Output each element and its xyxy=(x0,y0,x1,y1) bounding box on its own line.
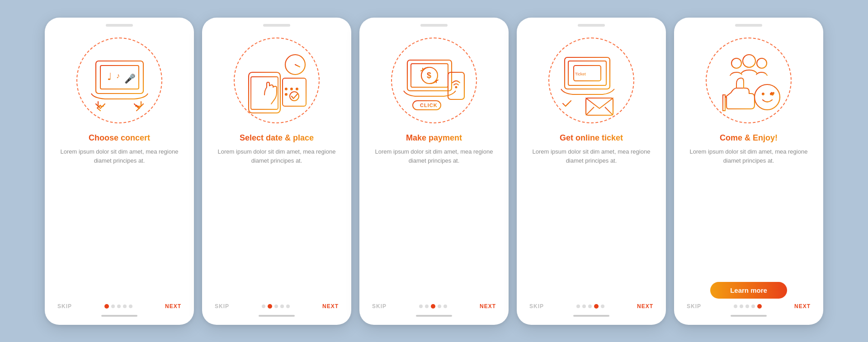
svg-text:CLICK: CLICK xyxy=(420,103,438,108)
card-title-2: Select date & place xyxy=(231,133,323,143)
phone-speaker-2 xyxy=(263,24,290,27)
card-body-2: Lorem ipsum dolor sit dim amet, mea regi… xyxy=(202,147,351,299)
dots-1 xyxy=(104,304,132,309)
svg-rect-38 xyxy=(565,57,610,89)
dots-3 xyxy=(419,304,447,309)
phones-container: ♩ ♪ 🎤 Choose concert Lorem ip xyxy=(36,9,832,334)
phone-speaker-5 xyxy=(735,24,762,27)
phone-come-enjoy: Come & Enjoy! Lorem ipsum dolor sit dim … xyxy=(674,18,823,325)
phone-bottom-bar-5 xyxy=(731,315,767,317)
dots-2 xyxy=(262,304,290,309)
dot-3-4 xyxy=(438,305,441,308)
card-body-3: Lorem ipsum dolor sit dim amet, mea regi… xyxy=(359,147,509,299)
card-title-5: Come & Enjoy! xyxy=(711,133,787,143)
card-title-1: Choose concert xyxy=(80,133,159,143)
svg-point-50 xyxy=(731,58,741,68)
next-button-1[interactable]: NEXT xyxy=(165,303,181,309)
phone-top-bar-5 xyxy=(674,18,823,28)
svg-point-26 xyxy=(290,88,293,90)
concert-icon: ♩ ♪ 🎤 xyxy=(83,44,156,117)
svg-line-22 xyxy=(295,65,300,67)
phone-top-bar-2 xyxy=(202,18,351,28)
calendar-icon xyxy=(241,44,313,117)
dot-4-1 xyxy=(576,305,580,308)
dot-3-3 xyxy=(431,304,435,309)
svg-point-35 xyxy=(455,86,457,89)
svg-point-51 xyxy=(757,58,767,68)
dot-5-4 xyxy=(751,305,755,308)
phone-bottom-bar-4 xyxy=(573,315,609,317)
nav-bar-4: SKIP NEXT xyxy=(517,299,666,310)
enjoy-icon xyxy=(712,44,785,117)
nav-bar-2: SKIP NEXT xyxy=(202,299,351,310)
svg-point-27 xyxy=(296,88,298,90)
phone-make-payment: $ CLICK Make payment xyxy=(359,18,509,325)
dot-3-2 xyxy=(425,305,429,308)
svg-text:♪: ♪ xyxy=(116,72,120,80)
payment-icon: $ CLICK xyxy=(398,44,470,117)
nav-bar-1: SKIP NEXT xyxy=(45,299,194,310)
skip-button-2[interactable]: SKIP xyxy=(215,303,229,309)
phone-select-date: Select date & place Lorem ipsum dolor si… xyxy=(202,18,351,325)
phone-bottom-bar-2 xyxy=(259,315,295,317)
dot-2-2 xyxy=(268,304,272,309)
dot-1-2 xyxy=(111,305,115,308)
dot-1-3 xyxy=(117,305,121,308)
next-button-5[interactable]: NEXT xyxy=(794,303,811,309)
skip-button-3[interactable]: SKIP xyxy=(372,303,387,309)
dot-4-2 xyxy=(582,305,586,308)
dot-5-1 xyxy=(734,305,737,308)
dot-5-2 xyxy=(740,305,743,308)
phone-speaker-3 xyxy=(420,24,448,27)
svg-point-49 xyxy=(743,55,755,67)
svg-point-28 xyxy=(285,93,288,96)
phone-bottom-bar-1 xyxy=(101,315,137,317)
icon-area-1: ♩ ♪ 🎤 xyxy=(72,33,167,128)
nav-bar-3: SKIP NEXT xyxy=(359,299,509,310)
dot-2-1 xyxy=(262,305,265,308)
learn-more-button[interactable]: Learn more xyxy=(710,282,787,299)
dot-1-1 xyxy=(104,304,109,309)
skip-button-5[interactable]: SKIP xyxy=(687,303,701,309)
dots-5 xyxy=(734,304,762,309)
ticket-icon: Ticket xyxy=(555,44,627,117)
next-button-2[interactable]: NEXT xyxy=(322,303,339,309)
svg-text:$: $ xyxy=(427,71,431,80)
dot-5-3 xyxy=(745,305,749,308)
card-body-5: Lorem ipsum dolor sit dim amet, mea regi… xyxy=(674,147,823,276)
dot-2-5 xyxy=(286,305,290,308)
phone-top-bar-3 xyxy=(359,18,509,28)
skip-button-1[interactable]: SKIP xyxy=(57,303,72,309)
card-body-1: Lorem ipsum dolor sit dim amet, mea regi… xyxy=(45,147,194,299)
phone-top-bar-4 xyxy=(517,18,666,28)
dot-3-5 xyxy=(443,305,447,308)
icon-area-5 xyxy=(701,33,796,128)
dot-1-5 xyxy=(129,305,132,308)
svg-text:🎤: 🎤 xyxy=(124,73,136,84)
svg-point-53 xyxy=(762,93,764,95)
dot-3-1 xyxy=(419,305,423,308)
dot-4-4 xyxy=(594,304,599,309)
dot-4-5 xyxy=(601,305,604,308)
icon-area-4: Ticket xyxy=(544,33,639,128)
icon-area-2 xyxy=(229,33,324,128)
dots-4 xyxy=(576,304,604,309)
next-button-3[interactable]: NEXT xyxy=(480,303,496,309)
skip-button-4[interactable]: SKIP xyxy=(529,303,544,309)
next-button-4[interactable]: NEXT xyxy=(637,303,653,309)
phone-speaker-1 xyxy=(106,24,133,27)
dot-1-4 xyxy=(123,305,127,308)
icon-area-3: $ CLICK xyxy=(387,33,481,128)
svg-line-47 xyxy=(586,107,594,115)
phone-top-bar-1 xyxy=(45,18,194,28)
svg-text:♩: ♩ xyxy=(107,71,112,82)
phone-get-ticket: Ticket Get online ticket Lorem ipsum dol… xyxy=(517,18,666,325)
phone-bottom-bar-3 xyxy=(416,315,452,317)
dot-5-5 xyxy=(757,304,762,309)
dot-2-3 xyxy=(274,305,278,308)
phone-speaker-4 xyxy=(578,24,605,27)
nav-bar-5: SKIP NEXT xyxy=(674,299,823,310)
dot-4-3 xyxy=(588,305,592,308)
svg-point-25 xyxy=(285,88,288,90)
svg-text:Ticket: Ticket xyxy=(575,72,586,76)
